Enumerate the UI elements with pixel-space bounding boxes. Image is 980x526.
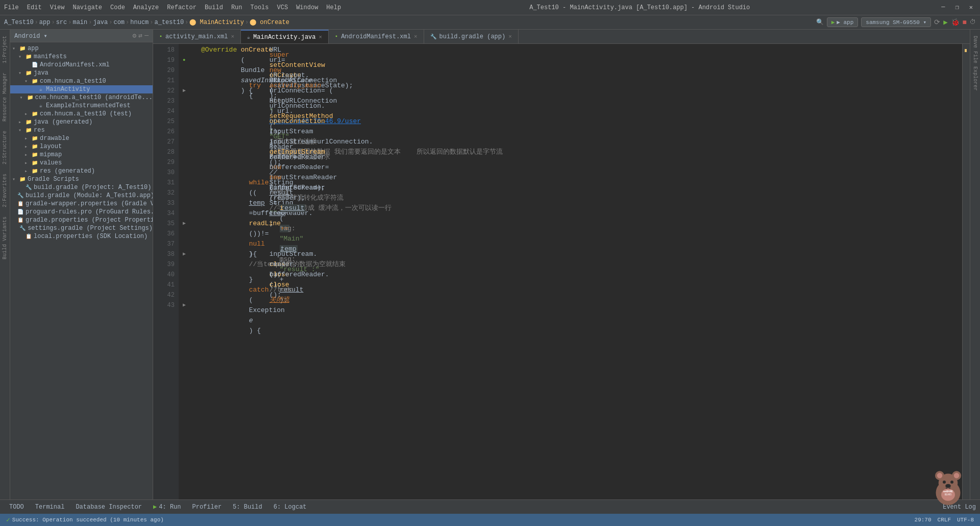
tree-item-drawable[interactable]: ▸ 📁 drawable xyxy=(10,134,153,142)
menu-build[interactable]: Build xyxy=(205,4,223,11)
menu-analyze[interactable]: Analyze xyxy=(133,4,159,11)
code-line-41: bufferedReader. close (); xyxy=(183,280,962,290)
panel-settings-icon[interactable]: ⚙ xyxy=(133,32,137,40)
tree-item-build-gradle-module[interactable]: 🔧 build.gradle (Module: A_Test10.app) xyxy=(10,192,153,200)
tree-item-proguard[interactable]: 📄 proguard-rules.pro (ProGuard Rules... xyxy=(10,208,153,216)
tree-item-gradle-properties[interactable]: 📋 gradle.properties (Project Properties.… xyxy=(10,216,153,224)
menu-help[interactable]: Help xyxy=(326,4,341,11)
bottom-tab-logcat[interactable]: 6: Logcat xyxy=(268,503,312,512)
breadcrumb-src[interactable]: src xyxy=(56,19,67,26)
event-log-button[interactable]: Event Log xyxy=(943,504,976,511)
tab-close-icon[interactable]: × xyxy=(231,34,234,40)
menu-navigate[interactable]: Navigate xyxy=(72,4,102,11)
maximize-button[interactable]: ❐ xyxy=(952,3,962,12)
right-scrollbar[interactable] xyxy=(962,44,970,499)
tab-androidmanifest[interactable]: ▪ AndroidManifest.xml × xyxy=(329,30,424,43)
breadcrumb-main[interactable]: main xyxy=(72,19,87,26)
tree-item-package-test[interactable]: ▸ 📁 com.hnucm.a_test10 (test) xyxy=(10,110,153,118)
breadcrumb-oncreate[interactable]: ⬤ onCreate xyxy=(250,18,289,26)
menu-bar[interactable]: File Edit View Navigate Code Analyze Ref… xyxy=(4,4,341,11)
sync-icon[interactable]: ⟳ xyxy=(934,18,940,27)
menu-view[interactable]: View xyxy=(50,4,65,11)
tree-item-java-generated[interactable]: ▸ 📁 java (generated) xyxy=(10,118,153,126)
device-selector[interactable]: samsung SM-G9550 ▾ xyxy=(861,17,931,27)
tree-item-package[interactable]: ▾ 📁 com.hnucm.a_test10 xyxy=(10,77,153,85)
tree-item-java[interactable]: ▾ 📁 java xyxy=(10,69,153,77)
debug-icon[interactable]: 🐞 xyxy=(951,18,960,27)
line-num-18: 18 xyxy=(153,45,175,55)
java-icon: ☕ xyxy=(247,34,250,40)
tab-close-icon[interactable]: × xyxy=(414,34,418,40)
close-button[interactable]: ✕ xyxy=(966,3,976,12)
bottom-tab-build[interactable]: 5: Build xyxy=(228,503,267,512)
menu-refactor[interactable]: Refactor xyxy=(167,4,197,11)
tree-item-layout[interactable]: ▸ 📁 layout xyxy=(10,142,153,151)
stop-icon[interactable]: ■ xyxy=(963,18,967,27)
search-icon[interactable]: 🔍 xyxy=(816,18,824,26)
tree-item-exampletest[interactable]: ☕ ExampleInstrumentedTest xyxy=(10,102,153,110)
android-dropdown[interactable]: Android ▾ xyxy=(14,32,47,40)
bottom-tab-todo[interactable]: TODO xyxy=(4,503,29,512)
tree-item-mainactivity[interactable]: ☕ MainActivity xyxy=(10,85,153,93)
tree-arrow: ▾ xyxy=(12,45,18,52)
tree-item-gradle-scripts[interactable]: ▾ 📁 Gradle Scripts xyxy=(10,175,153,183)
tree-item-gradle-wrapper[interactable]: 📋 gradle-wrapper.properties (Gradle V... xyxy=(10,200,153,208)
left-tab-structure[interactable]: 2:Structure xyxy=(1,127,9,169)
left-tab-resource[interactable]: Resource Manager xyxy=(1,68,9,126)
breadcrumb-java[interactable]: java xyxy=(93,19,108,26)
bottom-tab-terminal[interactable]: Terminal xyxy=(30,503,70,512)
tab-activity-main[interactable]: ▪ activity_main.xml × xyxy=(153,30,241,43)
run-button[interactable]: ▶ ▶ app xyxy=(827,17,859,27)
tree-item-manifests[interactable]: ▾ 📁 manifests xyxy=(10,53,153,61)
menu-vcs[interactable]: VCS xyxy=(277,4,288,11)
tab-build-gradle[interactable]: 🔧 build.gradle (app) × xyxy=(424,30,519,43)
breadcrumb-app[interactable]: app xyxy=(39,19,51,26)
left-tabs: 1:Project Resource Manager 2:Structure 2… xyxy=(0,30,10,499)
menu-edit[interactable]: Edit xyxy=(27,4,42,11)
tree-item-androidmanifest[interactable]: 📄 AndroidManifest.xml xyxy=(10,61,153,69)
tree-item-app[interactable]: ▾ 📁 app xyxy=(10,44,153,53)
panel-sync-icon[interactable]: ⇄ xyxy=(138,32,142,40)
line-num-40: 40 xyxy=(153,270,175,280)
breadcrumb-a-test10[interactable]: a_test10 xyxy=(155,19,184,26)
bottom-tab-run[interactable]: ▶ 4: Run xyxy=(148,502,186,512)
window-controls[interactable]: — ❐ ✕ xyxy=(938,3,976,12)
breadcrumb-mainactivity[interactable]: ⬤ MainActivity xyxy=(189,18,244,26)
tree-item-settings-gradle[interactable]: 🔧 settings.gradle (Project Settings) xyxy=(10,224,153,232)
tree-item-values[interactable]: ▸ 📁 values xyxy=(10,159,153,167)
run-app-icon[interactable]: ▶ xyxy=(943,18,947,27)
left-tab-project[interactable]: 1:Project xyxy=(1,32,9,67)
tree-item-package-android-test[interactable]: ▾ 📁 com.hnucm.a_test10 (androidTe... xyxy=(10,93,153,102)
breadcrumb-hnucm[interactable]: hnucm xyxy=(130,19,149,26)
minimize-button[interactable]: — xyxy=(938,3,948,12)
tree-item-mipmap[interactable]: ▸ 📁 mipmap xyxy=(10,151,153,159)
tree-item-res[interactable]: ▾ 📁 res xyxy=(10,126,153,134)
tree-label: proguard-rules.pro (ProGuard Rules... xyxy=(24,208,153,216)
breadcrumb-project[interactable]: A_Test10 xyxy=(4,19,34,26)
bottom-tab-database-inspector[interactable]: Database Inspector xyxy=(70,503,147,512)
menu-window[interactable]: Window xyxy=(296,4,318,11)
tree-item-res-generated[interactable]: ▸ 📁 res (generated) xyxy=(10,167,153,175)
menu-tools[interactable]: Tools xyxy=(251,4,269,11)
tab-mainactivity[interactable]: ☕ MainActivity.java × xyxy=(241,30,329,43)
tab-close-icon[interactable]: × xyxy=(508,34,512,40)
database-inspector-label: Database Inspector xyxy=(76,504,142,511)
profile-icon[interactable]: ⏱ xyxy=(970,18,976,26)
menu-code[interactable]: Code xyxy=(110,4,125,11)
success-icon: ✓ xyxy=(6,516,10,524)
tree-item-build-gradle-project[interactable]: 🔧 build.gradle (Project: A_Test10) xyxy=(10,183,153,192)
left-tab-build-variants[interactable]: Build Variants xyxy=(1,212,9,264)
right-tab-dave-file[interactable]: Dave File Explorer xyxy=(971,32,979,95)
left-tab-favorites[interactable]: 2:Favorites xyxy=(1,170,9,211)
bottom-tab-profiler[interactable]: Profiler xyxy=(187,503,227,512)
nav-tools: 🔍 ▶ ▶ app samsung SM-G9550 ▾ ⟳ ▶ 🐞 ■ ⏱ xyxy=(816,17,976,27)
code-content[interactable]: @Override ● protected void onCreate ( Bu… xyxy=(179,44,962,499)
menu-run[interactable]: Run xyxy=(231,4,242,11)
tree-item-local-properties[interactable]: 📋 local.properties (SDK Location) xyxy=(10,232,153,241)
run-label: ▶ app xyxy=(837,19,853,26)
editor-tabs: ▪ activity_main.xml × ☕ MainActivity.jav… xyxy=(153,30,970,44)
breadcrumb-com[interactable]: com xyxy=(113,19,125,26)
tab-close-icon[interactable]: × xyxy=(319,34,323,40)
menu-file[interactable]: File xyxy=(4,4,19,11)
panel-minimize-icon[interactable]: — xyxy=(144,32,149,40)
